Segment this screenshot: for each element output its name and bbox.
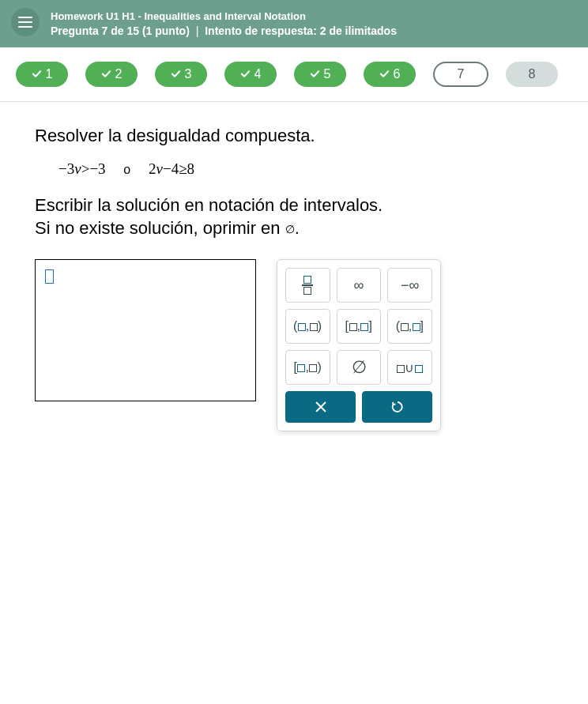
input-cursor bbox=[45, 269, 54, 284]
nav-question-5[interactable]: 5 bbox=[294, 62, 346, 87]
nav-question-7[interactable]: 7 bbox=[433, 62, 488, 87]
question-heading: Resolver la desigualdad compuesta. bbox=[35, 126, 553, 146]
union-button[interactable]: ∪ bbox=[387, 350, 432, 385]
closed-closed-interval-button[interactable]: [,] bbox=[337, 309, 382, 344]
check-icon bbox=[240, 69, 251, 79]
check-icon bbox=[101, 69, 111, 79]
infinity-button[interactable]: ∞ bbox=[337, 268, 382, 303]
fraction-icon bbox=[302, 276, 313, 295]
question-nav: 12345678 bbox=[0, 47, 588, 102]
close-icon bbox=[315, 401, 326, 412]
inequality-expression: −3v>−3 o 2v−4≥8 bbox=[35, 160, 553, 178]
nav-question-2[interactable]: 2 bbox=[85, 62, 138, 87]
fraction-button[interactable] bbox=[285, 268, 330, 303]
open-closed-interval-button[interactable]: (,] bbox=[387, 309, 432, 344]
nav-question-8[interactable]: 8 bbox=[506, 62, 558, 87]
answer-input[interactable] bbox=[35, 259, 256, 401]
check-icon bbox=[171, 69, 181, 79]
menu-button[interactable] bbox=[11, 8, 40, 36]
question-content: Resolver la desigualdad compuesta. −3v>−… bbox=[0, 102, 588, 455]
closed-open-interval-button[interactable]: [,) bbox=[285, 350, 330, 385]
emptyset-icon: ∅ bbox=[285, 223, 295, 235]
undo-icon bbox=[391, 401, 404, 413]
check-icon bbox=[32, 69, 42, 79]
open-open-interval-button[interactable]: (,) bbox=[285, 309, 330, 344]
nav-question-1[interactable]: 1 bbox=[16, 62, 68, 87]
nav-question-3[interactable]: 3 bbox=[155, 62, 207, 87]
app-header: Homework U1 H1 - Inequalities and Interv… bbox=[0, 0, 588, 47]
check-icon bbox=[379, 69, 390, 79]
answer-area: ∞ −∞ (,) [,] (,] [,) ∅ ∪ bbox=[35, 259, 553, 431]
nav-question-4[interactable]: 4 bbox=[224, 62, 277, 87]
clear-button[interactable] bbox=[285, 391, 356, 423]
question-instructions: Escribir la solución en notación de inte… bbox=[35, 194, 553, 240]
undo-button[interactable] bbox=[362, 391, 432, 423]
header-text: Homework U1 H1 - Inequalities and Interv… bbox=[51, 8, 397, 40]
emptyset-button[interactable]: ∅ bbox=[337, 350, 382, 385]
assignment-title: Homework U1 H1 - Inequalities and Interv… bbox=[51, 9, 397, 24]
nav-question-6[interactable]: 6 bbox=[364, 62, 416, 87]
check-icon bbox=[310, 69, 320, 79]
math-keypad: ∞ −∞ (,) [,] (,] [,) ∅ ∪ bbox=[277, 259, 441, 431]
question-progress: Pregunta 7 de 15 (1 punto) | Intento de … bbox=[51, 24, 397, 40]
neg-infinity-button[interactable]: −∞ bbox=[387, 268, 432, 303]
